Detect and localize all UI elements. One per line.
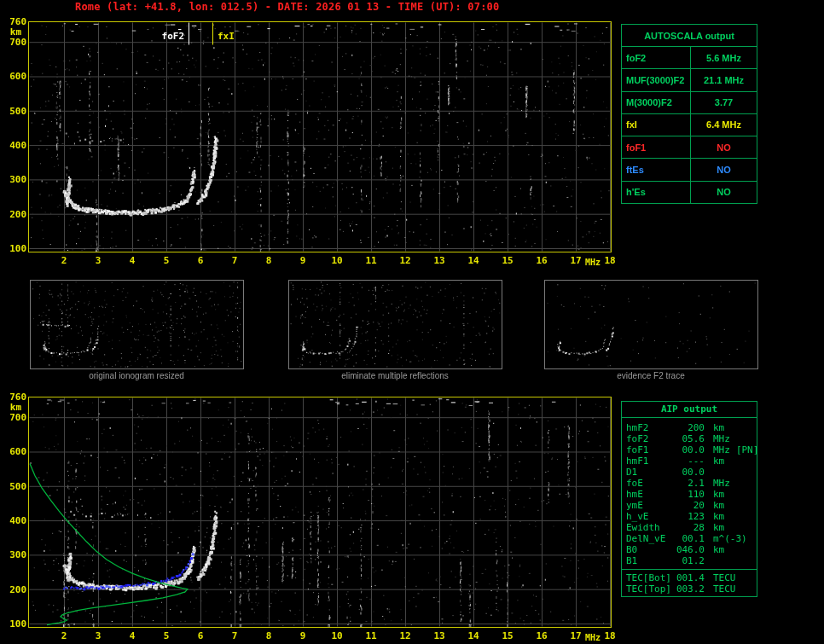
param-value: 003.2	[675, 583, 705, 595]
table-row: MUF(3000)F2 21.1 MHz	[622, 69, 757, 91]
param-value: 110	[675, 489, 705, 500]
param-value: 3.77	[691, 92, 757, 113]
table-row: B101.2	[626, 555, 757, 566]
param-label: hmF2	[626, 422, 675, 433]
param-label: foF2	[622, 47, 691, 68]
table-row: fxI 6.4 MHz	[622, 114, 757, 136]
table-row: hmF1---km	[626, 455, 757, 467]
param-label: h'Es	[622, 182, 691, 203]
param-label: Ewidth	[626, 522, 675, 533]
table-row: ftEs NO	[622, 159, 757, 181]
table-row: D100.0	[626, 467, 757, 478]
table-row: foF1 NO	[622, 136, 757, 159]
param-unit: MHz	[713, 433, 730, 444]
param-label: h_vE	[626, 511, 675, 522]
thumbnail-caption: evidence F2 trace	[544, 371, 757, 380]
table-row: M(3000)F2 3.77	[622, 92, 757, 114]
thumbnail-caption: eliminate multiple reflections	[288, 371, 502, 380]
param-value: 28	[675, 522, 705, 533]
aip-table: AIP output hmF2200km foF205.6MHz foF100.…	[621, 401, 757, 597]
table-row: h_vE123km	[626, 511, 757, 522]
param-label: foF2	[626, 433, 675, 444]
param-label: DelN_vE	[626, 533, 675, 544]
param-value: 046.0	[675, 544, 705, 555]
param-label: D1	[626, 467, 675, 478]
autoscala-table-title: AUTOSCALA output	[622, 25, 757, 47]
table-row: foE2.1MHz	[626, 478, 757, 489]
param-label: hmF1	[626, 455, 675, 467]
aip-tec-section: TEC[Bot]001.4TECU TEC[Top]003.2TECU	[622, 569, 757, 595]
param-label: fxI	[622, 114, 691, 136]
param-label: TEC[Top]	[626, 583, 675, 595]
table-row: foF100.0MHz[PN]	[626, 444, 757, 455]
table-row: h'Es NO	[622, 182, 757, 203]
param-value: 20	[675, 500, 705, 511]
param-label: foE	[626, 478, 675, 489]
param-value: 00.0	[675, 444, 705, 455]
param-label: ftEs	[622, 159, 691, 180]
param-value: 5.6 MHz	[691, 47, 757, 68]
table-row: ymE20km	[626, 500, 757, 511]
table-row: Ewidth28km	[626, 522, 757, 533]
param-label: B0	[626, 544, 675, 555]
table-row: hmE110km	[626, 489, 757, 500]
param-value: NO	[691, 182, 757, 203]
param-value: 6.4 MHz	[691, 114, 757, 136]
param-value: 00.0	[675, 467, 705, 478]
table-row: B0046.0km	[626, 544, 757, 555]
param-value: 05.6	[675, 433, 705, 444]
table-row: TEC[Top]003.2TECU	[626, 583, 757, 595]
param-label: foF1	[626, 444, 675, 455]
table-row: foF2 5.6 MHz	[622, 47, 757, 69]
param-unit: km	[713, 422, 724, 433]
param-unit: m^(-3)	[713, 533, 747, 544]
param-label: MUF(3000)F2	[622, 69, 691, 90]
param-value: 200	[675, 422, 705, 433]
param-label: TEC[Bot]	[626, 572, 675, 583]
param-value: NO	[691, 159, 757, 180]
autoscala-window: Rome (lat: +41.8, lon: 012.5) - DATE: 20…	[0, 0, 824, 644]
param-unit: MHz	[713, 444, 730, 455]
param-value: ---	[675, 455, 705, 467]
thumbnail-caption: original ionogram resized	[30, 371, 243, 380]
param-unit: km	[713, 511, 724, 522]
param-value: 00.1	[675, 533, 705, 544]
page-title: Rome (lat: +41.8, lon: 012.5) - DATE: 20…	[75, 1, 499, 13]
aip-table-title: AIP output	[622, 402, 757, 418]
table-row: hmF2200km	[626, 422, 757, 433]
param-unit: MHz	[713, 478, 730, 489]
param-unit: km	[713, 544, 724, 555]
param-unit: TECU	[713, 583, 736, 595]
param-value: 21.1 MHz	[691, 69, 757, 90]
param-value: 01.2	[675, 555, 705, 566]
param-value: NO	[691, 136, 757, 158]
param-unit: TECU	[713, 572, 736, 583]
param-unit: km	[713, 489, 724, 500]
param-value: 001.4	[675, 572, 705, 583]
autoscala-table: AUTOSCALA output foF2 5.6 MHz MUF(3000)F…	[621, 24, 757, 204]
table-row: TEC[Bot]001.4TECU	[626, 572, 757, 583]
param-label: foF1	[622, 136, 691, 158]
table-row: DelN_vE00.1m^(-3)	[626, 533, 757, 544]
param-unit: km	[713, 500, 724, 511]
param-extra: [PN]	[736, 444, 759, 455]
param-label: hmE	[626, 489, 675, 500]
param-unit: km	[713, 455, 724, 467]
param-value: 2.1	[675, 478, 705, 489]
aip-table-body: hmF2200km foF205.6MHz foF100.0MHz[PN] hm…	[622, 418, 757, 566]
param-label: B1	[626, 555, 675, 566]
param-label: M(3000)F2	[622, 92, 691, 113]
table-row: foF205.6MHz	[626, 433, 757, 444]
param-value: 123	[675, 511, 705, 522]
param-unit: km	[713, 522, 724, 533]
param-label: ymE	[626, 500, 675, 511]
